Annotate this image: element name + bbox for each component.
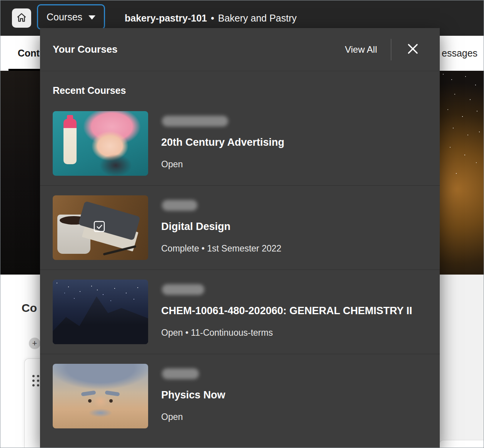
breadcrumb-course-id: bakery-pastry-101 bbox=[125, 13, 207, 24]
blurred-course-id bbox=[162, 200, 197, 211]
course-thumbnail bbox=[53, 280, 148, 344]
blurred-course-id bbox=[162, 368, 199, 379]
course-type-icon bbox=[93, 220, 106, 233]
tab-messages[interactable]: essages bbox=[442, 36, 477, 71]
course-title: Digital Design bbox=[161, 221, 281, 233]
right-background-strip bbox=[439, 275, 484, 448]
add-content-button[interactable]: + bbox=[29, 338, 40, 349]
drag-handle-icon[interactable] bbox=[32, 375, 40, 386]
tab-content[interactable]: Cont bbox=[18, 36, 40, 71]
stars-decoration bbox=[57, 283, 57, 283]
course-status: Open bbox=[161, 159, 284, 170]
home-button[interactable] bbox=[12, 8, 31, 28]
panel-title: Your Courses bbox=[53, 43, 118, 55]
course-banner-image bbox=[439, 71, 484, 275]
course-card-physics[interactable]: Physics Now Open bbox=[40, 354, 440, 438]
view-all-link[interactable]: View All bbox=[345, 44, 377, 55]
course-status: Open • 11-Continuous-terms bbox=[161, 328, 412, 338]
course-title: CHEM-10061-480-202060: GENERAL CHEMISTRY… bbox=[161, 305, 412, 317]
screen: Courses bakery-pastry-101 • Bakery and P… bbox=[0, 0, 484, 448]
breadcrumb-course-name: Bakery and Pastry bbox=[218, 13, 297, 24]
course-info: Physics Now Open bbox=[161, 364, 225, 428]
recent-courses-list: 20th Century Advertising Open bbox=[40, 102, 440, 438]
chevron-down-icon bbox=[88, 15, 95, 20]
courses-panel-header: Your Courses View All bbox=[40, 28, 440, 71]
eye-illustration bbox=[88, 399, 92, 403]
close-icon bbox=[406, 42, 419, 57]
course-card-advertising[interactable]: 20th Century Advertising Open bbox=[40, 102, 440, 185]
bottle-illustration bbox=[63, 119, 77, 164]
content-section-heading-partial: Co bbox=[22, 301, 37, 315]
eyebrow-illustration bbox=[81, 390, 96, 396]
course-status: Complete • 1st Semester 2022 bbox=[161, 243, 281, 254]
course-info: Digital Design Complete • 1st Semester 2… bbox=[161, 195, 281, 260]
courses-dropdown-panel: Your Courses View All Recent Courses bbox=[40, 28, 440, 448]
course-title: Physics Now bbox=[161, 389, 225, 401]
breadcrumb-separator: • bbox=[211, 13, 214, 24]
course-thumbnail bbox=[53, 195, 148, 260]
blurred-course-id bbox=[162, 116, 228, 127]
course-card-digital-design[interactable]: Digital Design Complete • 1st Semester 2… bbox=[40, 185, 440, 270]
recent-courses-heading: Recent Courses bbox=[53, 85, 440, 96]
pen-illustration bbox=[103, 245, 137, 255]
sugar-specks-decoration bbox=[443, 74, 444, 75]
plus-icon: + bbox=[32, 338, 37, 348]
blurred-course-id bbox=[162, 284, 204, 295]
tab-content-label: Cont bbox=[18, 48, 40, 59]
right-card-edge bbox=[439, 440, 484, 448]
home-icon bbox=[16, 12, 27, 24]
courses-menu-label: Courses bbox=[47, 12, 82, 23]
course-info: 20th Century Advertising Open bbox=[161, 111, 284, 176]
tab-messages-label: essages bbox=[442, 48, 477, 59]
course-info: CHEM-10061-480-202060: GENERAL CHEMISTRY… bbox=[161, 280, 412, 344]
course-thumbnail bbox=[53, 364, 148, 428]
eye-illustration bbox=[109, 399, 113, 403]
mountain-illustration bbox=[53, 280, 148, 344]
course-thumbnail bbox=[53, 111, 148, 176]
close-panel-button[interactable] bbox=[405, 42, 421, 57]
course-title: 20th Century Advertising bbox=[161, 137, 284, 148]
header-divider bbox=[391, 39, 391, 60]
course-card-chemistry[interactable]: CHEM-10061-480-202060: GENERAL CHEMISTRY… bbox=[40, 270, 440, 354]
courses-menu-button[interactable]: Courses bbox=[37, 4, 105, 30]
eyebrow-illustration bbox=[105, 390, 120, 396]
course-status: Open bbox=[161, 412, 225, 422]
